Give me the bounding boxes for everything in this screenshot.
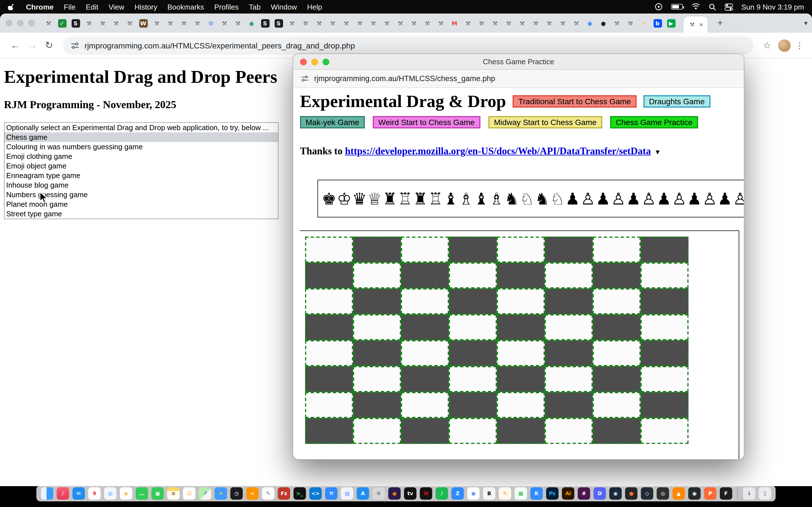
board-square-light[interactable] (401, 340, 449, 366)
minimize-window-button[interactable] (311, 59, 318, 65)
board-square-light[interactable] (641, 314, 689, 340)
board-square-light[interactable] (353, 366, 401, 392)
listbox-option[interactable]: Emoji clothing game (4, 152, 278, 161)
browser-tab[interactable]: S (258, 13, 272, 33)
close-window-button[interactable] (6, 20, 12, 26)
board-square-light[interactable] (497, 288, 545, 314)
board-square-light[interactable] (305, 288, 353, 314)
board-square-dark[interactable] (401, 418, 449, 444)
menubar-menu-item[interactable]: Tab (249, 3, 261, 11)
dock-app-icon[interactable]: ● (625, 487, 638, 500)
board-square-light[interactable] (641, 263, 689, 288)
browser-tab[interactable]: ✓ (55, 13, 69, 33)
site-settings-icon[interactable] (301, 75, 308, 82)
listbox-option[interactable]: Optionally select an Experimental Drag a… (4, 123, 278, 132)
zoom-window-button[interactable] (28, 20, 35, 26)
dock-app-icon[interactable]: D (594, 487, 606, 500)
browser-tab[interactable]: ⚒ (42, 13, 55, 33)
new-tab-button[interactable]: + (713, 17, 727, 29)
board-square-light[interactable] (593, 288, 641, 314)
board-square-light[interactable] (641, 418, 689, 444)
browser-tab[interactable]: ⚒ (177, 13, 191, 33)
board-square-dark[interactable] (593, 366, 641, 392)
browser-tab[interactable]: ⚒ (353, 13, 366, 33)
chess-piece[interactable]: ♜ (413, 182, 428, 216)
board-square-dark[interactable] (593, 314, 641, 340)
board-square-dark[interactable] (305, 314, 353, 340)
tab-close-icon[interactable]: × (699, 21, 703, 28)
board-square-dark[interactable] (497, 263, 545, 288)
dock-app-icon[interactable]: ▲ (672, 487, 685, 500)
board-square-light[interactable] (497, 340, 545, 366)
board-square-dark[interactable] (449, 340, 497, 366)
board-square-light[interactable] (353, 314, 401, 340)
board-square-light[interactable] (593, 237, 641, 263)
board-square-light[interactable] (545, 314, 593, 340)
browser-tab[interactable]: ◉ (583, 13, 597, 33)
board-square-light[interactable] (449, 418, 497, 444)
listbox-option[interactable]: Emoji object game (4, 161, 278, 171)
chess-piece[interactable]: ♙ (732, 182, 744, 216)
menubar-menu-item[interactable]: Edit (86, 3, 98, 11)
chess-piece[interactable]: ♖ (428, 182, 443, 216)
board-square-dark[interactable] (497, 418, 545, 444)
board-square-light[interactable] (449, 263, 497, 288)
chess-piece[interactable]: ♞ (504, 182, 519, 216)
chess-piece[interactable]: ♟ (656, 182, 672, 216)
chess-piece[interactable]: ♘ (550, 182, 565, 216)
board-square-light[interactable] (545, 418, 593, 444)
board-square-dark[interactable] (449, 288, 497, 314)
dock-app-icon[interactable]: ◈ (120, 487, 132, 500)
listbox-option[interactable]: Chess game (4, 132, 278, 142)
game-mode-button[interactable]: Chess Game Practice (610, 116, 698, 128)
board-square-light[interactable] (401, 237, 449, 263)
chess-piece[interactable]: ♙ (611, 182, 626, 216)
browser-tab[interactable]: ⚒ (231, 13, 245, 33)
board-square-light[interactable] (305, 340, 353, 366)
chess-piece[interactable]: ♟ (687, 182, 702, 216)
address-bar[interactable]: rjmprogramming.com.au/HTMLCSS/experiment… (63, 36, 753, 54)
board-square-light[interactable] (305, 237, 353, 263)
browser-tab[interactable]: ⚒ (529, 13, 543, 33)
board-square-light[interactable] (545, 366, 593, 392)
screen-mirroring-icon[interactable] (654, 3, 662, 11)
browser-tab[interactable]: ⚒ (191, 13, 204, 33)
dock-app-icon[interactable]: ◉ (467, 487, 479, 500)
mozilla-setdata-link[interactable]: https://developer.mozilla.org/en-US/docs… (345, 145, 651, 157)
dock-app-icon[interactable]: ◎ (104, 487, 116, 500)
dock-app-icon[interactable]: ▯ (759, 487, 771, 500)
zoom-window-button[interactable] (322, 59, 329, 65)
board-square-dark[interactable] (353, 340, 401, 366)
dock-app-icon[interactable]: tv (404, 487, 416, 500)
browser-tab[interactable]: ⚡ (637, 13, 651, 33)
browser-tab[interactable]: W (137, 13, 150, 33)
url-text[interactable]: rjmprogramming.com.au/HTMLCSS/experiment… (85, 41, 355, 50)
dock-app-icon[interactable]: … (136, 487, 148, 500)
board-square-light[interactable] (497, 392, 545, 418)
browser-menu-icon[interactable]: ⋮ (794, 40, 805, 50)
chess-piece[interactable]: ♙ (702, 182, 717, 216)
control-center-icon[interactable] (724, 3, 733, 10)
browser-tab[interactable]: ⚒ (340, 13, 353, 33)
battery-icon[interactable] (671, 4, 682, 10)
listbox-option[interactable]: Street type game (4, 209, 278, 219)
dock-app-icon[interactable]: ◷ (231, 487, 243, 500)
browser-tab[interactable]: ⚒ (123, 13, 137, 33)
minimize-window-button[interactable] (17, 20, 24, 26)
dock-app-icon[interactable]: ⚒ (325, 487, 338, 500)
board-square-dark[interactable] (305, 366, 353, 392)
board-square-dark[interactable] (305, 418, 353, 444)
board-square-dark[interactable] (641, 392, 689, 418)
chess-piece[interactable]: ♟ (717, 182, 732, 216)
chess-piece[interactable]: ♟ (565, 182, 580, 216)
chess-piece[interactable]: ♘ (519, 182, 535, 216)
dock-app-icon[interactable]: ✎ (262, 487, 274, 500)
browser-tab[interactable]: ⚒ (556, 13, 569, 33)
board-square-dark[interactable] (545, 288, 593, 314)
browser-tab[interactable]: ⚒ (366, 13, 380, 33)
dock-app-icon[interactable]: Fz (278, 487, 290, 500)
menubar-menu-item[interactable]: Profiles (214, 3, 239, 11)
browser-tab[interactable]: ◉ (245, 13, 258, 33)
popup-address-bar[interactable]: rjmprogramming.com.au/HTMLCSS/chess_game… (293, 70, 744, 88)
app-select-listbox[interactable]: Optionally select an Experimental Drag a… (4, 122, 278, 219)
